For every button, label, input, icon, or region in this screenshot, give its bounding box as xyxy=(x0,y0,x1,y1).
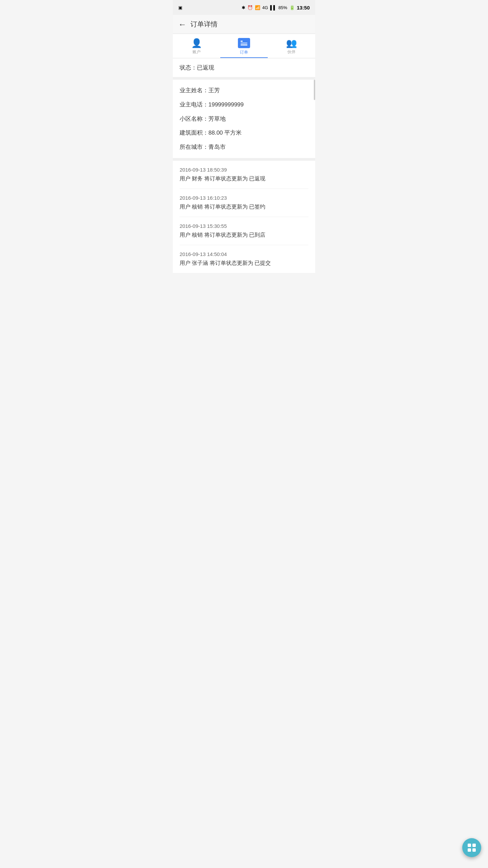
header: ← 订单详情 xyxy=(173,15,315,34)
log-entry-0: 2016-09-13 18:50:39 用户 财务 将订单状态更新为 已返现 xyxy=(180,161,308,189)
community-name-row: 小区名称：芳草地 xyxy=(180,115,308,123)
list-icon xyxy=(241,41,247,45)
log-desc-0: 用户 财务 将订单状态更新为 已返现 xyxy=(180,175,308,182)
signal-icon: ▌▌ xyxy=(270,5,276,10)
partner-icon: 👥 xyxy=(286,38,297,48)
battery-icon: 🔋 xyxy=(289,5,295,10)
back-button[interactable]: ← xyxy=(178,20,186,29)
owner-phone-row: 业主电话：19999999999 xyxy=(180,101,308,109)
status-bar-right: ✱ ⏰ 📶 4G ▌▌ 85% 🔋 13:50 xyxy=(242,5,310,11)
tab-bar: 👤 账户 订单 👥 伙伴 xyxy=(173,34,315,58)
page-title: 订单详情 xyxy=(190,20,218,29)
log-entry-2: 2016-09-13 15:30:55 用户 核销 将订单状态更新为 已到店 xyxy=(180,217,308,245)
city-row: 所在城市：青岛市 xyxy=(180,143,308,151)
log-date-0: 2016-09-13 18:50:39 xyxy=(180,167,308,173)
screen-icon: ▣ xyxy=(178,5,182,10)
scrollbar[interactable] xyxy=(314,80,315,100)
info-section: 业主姓名：王芳 业主电话：19999999999 小区名称：芳草地 建筑面积：8… xyxy=(173,80,315,161)
tab-order[interactable]: 订单 xyxy=(220,34,268,58)
order-icon-active xyxy=(238,38,250,48)
tab-partner[interactable]: 👥 伙伴 xyxy=(268,34,315,58)
order-status: 状态：已返现 xyxy=(180,64,214,71)
log-date-3: 2016-09-13 14:50:04 xyxy=(180,251,308,257)
status-bar-left: ▣ xyxy=(178,5,182,10)
alarm-icon: ⏰ xyxy=(247,5,253,10)
wifi-icon: 📶 xyxy=(255,5,260,10)
status-bar: ▣ ✱ ⏰ 📶 4G ▌▌ 85% 🔋 13:50 xyxy=(173,0,315,15)
tab-partner-label: 伙伴 xyxy=(287,49,296,55)
log-entry-1: 2016-09-13 16:10:23 用户 核销 将订单状态更新为 已签约 xyxy=(180,189,308,217)
log-desc-1: 用户 核销 将订单状态更新为 已签约 xyxy=(180,203,308,211)
account-icon: 👤 xyxy=(191,38,202,48)
log-date-1: 2016-09-13 16:10:23 xyxy=(180,195,308,201)
status-section: 状态：已返现 xyxy=(173,58,315,80)
log-desc-3: 用户 张子涵 将订单状态更新为 已提交 xyxy=(180,260,308,267)
bluetooth-icon: ✱ xyxy=(242,5,245,10)
tab-account[interactable]: 👤 账户 xyxy=(173,34,220,58)
tab-order-label: 订单 xyxy=(240,50,248,55)
tab-account-label: 账户 xyxy=(192,49,201,55)
network-label: 4G xyxy=(262,5,268,10)
owner-name-row: 业主姓名：王芳 xyxy=(180,86,308,95)
log-entry-3: 2016-09-13 14:50:04 用户 张子涵 将订单状态更新为 已提交 xyxy=(180,245,308,273)
log-section: 2016-09-13 18:50:39 用户 财务 将订单状态更新为 已返现 2… xyxy=(173,161,315,273)
battery-label: 85% xyxy=(279,5,287,10)
status-time: 13:50 xyxy=(297,5,310,11)
area-row: 建筑面积：88.00 平方米 xyxy=(180,129,308,137)
log-date-2: 2016-09-13 15:30:55 xyxy=(180,223,308,229)
log-desc-2: 用户 核销 将订单状态更新为 已到店 xyxy=(180,232,308,239)
